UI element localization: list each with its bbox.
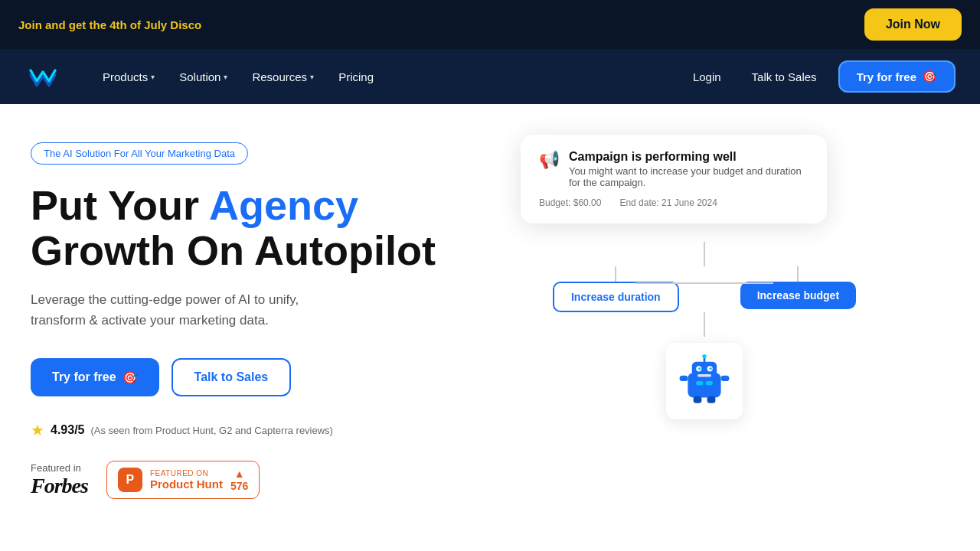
flow-line-1	[704, 242, 705, 266]
hero-talk-sales-button[interactable]: Talk to Sales	[172, 358, 292, 396]
title-blue: Agency	[209, 182, 358, 228]
svg-rect-13	[706, 381, 713, 385]
join-now-button[interactable]: Join Now	[864, 8, 962, 41]
flow-line-4	[704, 312, 705, 337]
campaign-description: You might want to increase your budget a…	[569, 165, 808, 188]
title-part1: Put Your	[31, 182, 209, 228]
nav-right: Login Talk to Sales Try for free 🎯	[684, 60, 956, 93]
svg-point-4	[702, 354, 706, 358]
campaign-card-header: 📢 Campaign is performing well You might …	[539, 150, 808, 188]
product-hunt-text: FEATURED ON Product Hunt	[150, 469, 223, 491]
increase-budget-button[interactable]: Increase budget	[740, 282, 856, 309]
product-hunt-logo-icon: P	[118, 468, 142, 492]
flow-branch-right: Increase budget	[740, 266, 856, 309]
svg-rect-15	[707, 396, 716, 403]
hero-rating: ★ 4.93/5 (As seen from Product Hunt, G2 …	[31, 421, 459, 439]
flow-branch-left: Increase duration	[553, 266, 679, 312]
ph-vote-count: 576	[230, 480, 248, 492]
rating-desc: (As seen from Product Hunt, G2 and Capte…	[90, 425, 332, 436]
increase-duration-button[interactable]: Increase duration	[553, 282, 679, 312]
hero-illustration: 📢 Campaign is performing well You might …	[521, 135, 888, 419]
flow-line-2	[615, 266, 616, 282]
hero-right: 📢 Campaign is performing well You might …	[459, 135, 949, 419]
robot-card	[666, 343, 743, 419]
nav-resources[interactable]: Resources ▾	[241, 64, 325, 90]
nav-try-free-button[interactable]: Try for free 🎯	[838, 60, 956, 93]
product-hunt-badge[interactable]: P FEATURED ON Product Hunt ▲ 576	[106, 461, 260, 499]
campaign-card: 📢 Campaign is performing well You might …	[521, 135, 827, 223]
hero-section: The AI Solution For All Your Marketing D…	[0, 104, 980, 533]
flow-line-3	[797, 266, 799, 282]
target-icon: 🎯	[923, 70, 937, 83]
ph-name-label: Product Hunt	[150, 478, 223, 491]
upvote-icon: ▲	[234, 468, 245, 480]
svg-rect-9	[697, 374, 711, 377]
resources-chevron-icon: ▾	[310, 73, 314, 81]
flow-horizontal-line	[635, 282, 773, 284]
svg-point-8	[709, 367, 712, 370]
svg-point-7	[698, 367, 701, 370]
hero-subtitle: Leverage the cutting-edge power of AI to…	[31, 289, 352, 331]
hero-buttons: Try for free 🎯 Talk to Sales	[31, 358, 459, 396]
campaign-budget: Budget: $60.00	[539, 197, 601, 208]
svg-rect-14	[694, 396, 702, 403]
svg-rect-11	[721, 376, 730, 381]
forbes-logo: Forbes	[31, 474, 88, 498]
nav-pricing[interactable]: Pricing	[328, 64, 384, 90]
title-part2: Growth On Autopilot	[31, 227, 436, 273]
products-chevron-icon: ▾	[151, 73, 155, 81]
hero-badge: The AI Solution For All Your Marketing D…	[31, 142, 248, 165]
svg-rect-10	[680, 376, 688, 381]
hero-try-free-button[interactable]: Try for free 🎯	[31, 358, 159, 396]
navbar: Products ▾ Solution ▾ Resources ▾ Pricin…	[0, 49, 980, 104]
robot-illustration-icon	[677, 354, 732, 409]
top-banner: Join and get the 4th of July Disco Join …	[0, 0, 980, 49]
hero-featured: Featured in Forbes P FEATURED ON Product…	[31, 461, 459, 499]
rating-score: 4.93/5	[51, 423, 84, 437]
campaign-meta: Budget: $60.00 End date: 21 June 2024	[539, 197, 808, 208]
banner-text: Join and get the 4th of July Disco	[18, 18, 201, 31]
nav-links: Products ▾ Solution ▾ Resources ▾ Pricin…	[92, 64, 684, 90]
logo[interactable]	[24, 58, 61, 95]
featured-forbes: Featured in Forbes	[31, 462, 88, 498]
solution-chevron-icon: ▾	[224, 73, 227, 81]
target-icon-btn: 🎯	[122, 370, 138, 385]
hero-left: The AI Solution For All Your Marketing D…	[31, 135, 459, 499]
campaign-icon: 📢	[539, 150, 560, 170]
featured-in-text: Featured in	[31, 462, 88, 474]
flowchart: Increase duration Increase budget	[521, 242, 888, 419]
hero-title: Put Your Agency Growth On Autopilot	[31, 183, 459, 274]
campaign-end-date: End date: 21 June 2024	[619, 197, 717, 208]
ph-featured-on-label: FEATURED ON	[150, 469, 223, 478]
campaign-title: Campaign is performing well	[569, 150, 808, 164]
nav-solution[interactable]: Solution ▾	[168, 64, 238, 90]
svg-rect-2	[692, 362, 717, 376]
talk-to-sales-link[interactable]: Talk to Sales	[743, 64, 826, 90]
ph-votes: ▲ 576	[230, 468, 248, 492]
svg-rect-12	[696, 381, 703, 385]
nav-products[interactable]: Products ▾	[92, 64, 165, 90]
login-link[interactable]: Login	[684, 64, 730, 90]
star-icon: ★	[31, 421, 44, 439]
